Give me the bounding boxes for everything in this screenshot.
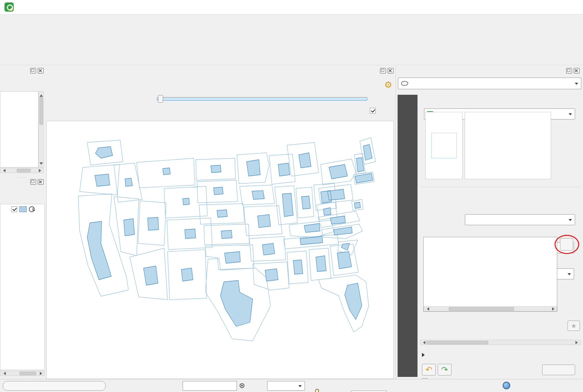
symbol-preview-swatch: [431, 133, 457, 158]
status-bar: ⊛ …: [0, 379, 583, 392]
browser-panel: [0, 66, 45, 175]
extents-icon[interactable]: ⊛: [239, 382, 245, 389]
layer-temporal-icon: [29, 206, 35, 212]
layer-visibility-checkbox[interactable]: [11, 206, 17, 212]
layers-hscrollbar[interactable]: [0, 371, 45, 376]
toolbar-row-1: [0, 27, 583, 46]
locate-input[interactable]: [3, 381, 106, 391]
layers-panel: ·····: [0, 175, 45, 379]
map-canvas[interactable]: [46, 121, 394, 379]
undo-icon: ↶: [425, 365, 432, 374]
symbol-layer-type-combo[interactable]: [465, 214, 575, 225]
menu-bar: [0, 14, 583, 27]
loop-checkbox[interactable]: [370, 108, 376, 114]
symbol-layers-tree: [465, 112, 551, 179]
styling-redo-button[interactable]: ↷: [438, 364, 451, 376]
title-bar: [0, 0, 583, 14]
scale-combo[interactable]: [267, 381, 305, 391]
layer-item-us-states-scale-factor[interactable]: [0, 204, 44, 214]
layer-swatch-icon: [19, 206, 27, 212]
browser-vscrollbar[interactable]: [38, 91, 44, 168]
temporal-slider-handle[interactable]: [158, 95, 163, 103]
polygon-layer-icon: [401, 81, 408, 86]
us-states-map: [47, 121, 393, 379]
symbol-preview: [425, 112, 462, 179]
crs-globe-icon[interactable]: [503, 382, 510, 389]
draw-effects-customize-button[interactable]: ★: [568, 321, 580, 331]
expression-hscrollbar[interactable]: [424, 306, 557, 311]
browser-float-button[interactable]: [30, 68, 36, 73]
browser-tree: [0, 91, 38, 168]
temporal-settings-gear-icon: ⚙: [384, 80, 392, 89]
temporal-settings-button[interactable]: ⚙: [382, 79, 395, 91]
star-icon: ★: [571, 322, 576, 330]
layers-close-button[interactable]: [38, 179, 44, 185]
panel-splitter-handle[interactable]: ·····: [17, 175, 26, 179]
browser-close-button[interactable]: [38, 68, 44, 73]
layers-list: [0, 204, 45, 370]
styling-layer-combo[interactable]: [398, 78, 581, 89]
styling-close-button[interactable]: [574, 68, 580, 73]
section-divider: [420, 187, 581, 187]
expression-builder-button[interactable]: [560, 238, 573, 251]
apply-button[interactable]: [542, 365, 575, 375]
magnifier-input[interactable]: [351, 391, 387, 392]
styling-hscrollbar[interactable]: [420, 340, 581, 345]
temporal-slider[interactable]: [157, 97, 367, 101]
temporal-controller-panel: ⚙ ⟳: [46, 66, 394, 121]
layers-float-button[interactable]: [30, 179, 36, 185]
toolbar-row-2: [0, 46, 583, 65]
temporal-float-button[interactable]: [380, 68, 386, 73]
layer-rendering-expander[interactable]: [422, 353, 427, 357]
redo-icon: ↷: [441, 365, 448, 374]
temporal-close-button[interactable]: [388, 68, 393, 73]
qgis-logo-icon: [4, 2, 14, 12]
browser-hscrollbar[interactable]: [0, 168, 44, 173]
styling-tab-strip: [398, 95, 418, 377]
coordinate-input[interactable]: [183, 381, 237, 391]
styling-undo-button[interactable]: ↶: [422, 364, 436, 376]
layer-styling-panel: ↪ ★ ↶ ↷: [396, 66, 583, 379]
styling-float-button[interactable]: [566, 68, 572, 73]
geometry-expression-editor[interactable]: [423, 237, 557, 312]
